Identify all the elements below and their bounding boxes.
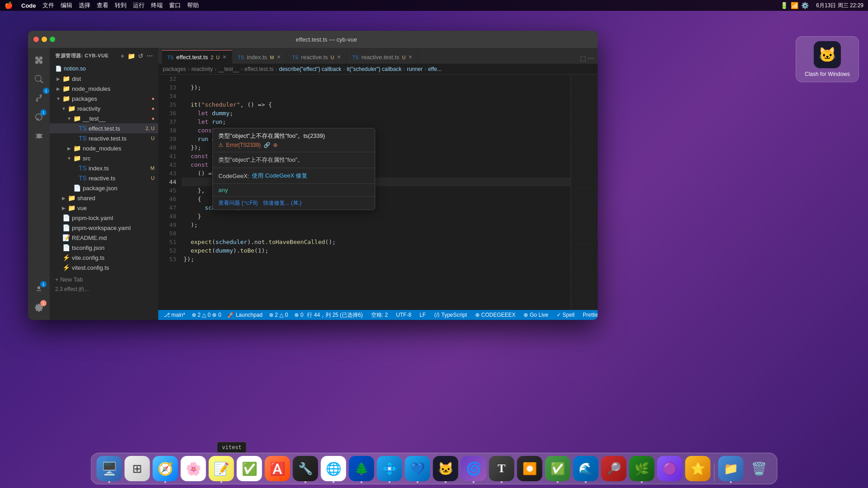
dock-green-app[interactable]: 🌿 (629, 456, 655, 481)
dock-red-app[interactable]: 🔎 (601, 456, 627, 481)
tree-dist[interactable]: ▶ 📁 dist (50, 74, 158, 84)
refresh-icon[interactable]: ↺ (138, 52, 144, 60)
new-folder-icon[interactable]: 📁 (127, 52, 136, 60)
codegeeex-fix-link[interactable]: 使用 CodeGeeX 修复 (252, 172, 308, 180)
external-link-icon[interactable]: 🔗 (264, 142, 270, 148)
copy-icon[interactable]: ⊕ (273, 142, 278, 148)
activity-source-control[interactable]: 1 (30, 89, 47, 107)
view-problem-action[interactable]: 查看问题 (⌥F8) (218, 199, 258, 207)
close-button[interactable] (33, 37, 39, 42)
menu-terminal[interactable]: 终端 (151, 1, 163, 9)
tree-reactivity[interactable]: ▼ 📁 reactivity ● (50, 103, 158, 113)
app-name[interactable]: Code (21, 2, 36, 9)
bc-effe[interactable]: effe... (428, 66, 442, 72)
tree-node-modules-react[interactable]: ▶ 📁 node_modules (50, 143, 158, 153)
maximize-button[interactable] (50, 37, 55, 42)
tree-effect-test[interactable]: TS effect.test.ts 2, U (50, 123, 158, 133)
tree-src[interactable]: ▼ 📁 src (50, 153, 158, 163)
activity-accounts[interactable]: 1 (30, 280, 47, 297)
dock-obs[interactable]: ⏺️ (517, 456, 542, 481)
menu-edit[interactable]: 编辑 (61, 1, 72, 9)
activity-run-debug[interactable]: 1 (30, 108, 47, 126)
warn-count[interactable]: ⊗ 2 △ 0 (267, 310, 290, 320)
menu-select[interactable]: 选择 (79, 1, 90, 9)
minimap[interactable] (571, 75, 598, 310)
activity-settings[interactable]: 1 (30, 299, 47, 316)
errors-status[interactable]: ⊗ 2 △ 0 ⊗ 0 (190, 310, 223, 320)
tree-test-result[interactable]: 2.3 effect 的... (50, 284, 158, 294)
tab-close-icon[interactable]: ✕ (337, 54, 341, 60)
dock-reminders[interactable]: ✅ (237, 456, 262, 481)
tab-effect-test[interactable]: TS effect.test.ts 2 U ✕ (162, 50, 232, 64)
tree-vue[interactable]: ▶ 📁 vue (50, 203, 158, 213)
language-mode[interactable]: ⟨/⟩ TypeScript (432, 310, 469, 320)
tree-readme[interactable]: 📝 README.md (50, 233, 158, 243)
dock-devtools[interactable]: 🔧 (293, 456, 318, 481)
tab-index-ts[interactable]: TS index.ts M ✕ (232, 50, 287, 64)
dock-vscode[interactable]: 💙 (405, 456, 430, 481)
codegeeex-status[interactable]: ⊕ CODEGEEEX (473, 310, 517, 320)
dock-launchpad[interactable]: ⊞ (125, 456, 150, 481)
tree-vite-config[interactable]: ⚡ vite.config.ts (50, 253, 158, 263)
lightbulb-icon[interactable]: 💡 (180, 186, 181, 195)
minimize-button[interactable] (42, 37, 47, 42)
menu-file[interactable]: 文件 (42, 1, 54, 9)
tab-close-icon[interactable]: ✕ (277, 54, 281, 60)
dock-chrome[interactable]: 🌐 (321, 456, 346, 481)
bc-test[interactable]: __test__ (218, 66, 239, 72)
tree-index-ts[interactable]: TS index.ts M (50, 163, 158, 173)
line-ending[interactable]: LF (418, 310, 428, 320)
tree-tsconfig[interactable]: 📄 tsconfig.json (50, 243, 158, 253)
apple-menu[interactable]: 🍎 (5, 1, 13, 9)
menu-run[interactable]: 运行 (133, 1, 145, 9)
golive-status[interactable]: ⊕ Go Live (522, 310, 550, 320)
spaces[interactable]: 空格: 2 (369, 310, 390, 320)
dock-finder-2[interactable]: 📁 (718, 456, 744, 481)
bc-it[interactable]: it("scheduler") callback (347, 66, 401, 72)
tree-packages[interactable]: ▼ 📁 packages ● (50, 94, 158, 103)
quick-fix-action[interactable]: 快速修复... (⌘.) (263, 199, 302, 207)
vitest-terminal[interactable]: vitest (217, 442, 246, 453)
dock-trash[interactable]: 🗑️ (746, 456, 772, 481)
tree-shared[interactable]: ▶ 📁 shared (50, 193, 158, 203)
tab-close-icon[interactable]: ✕ (408, 54, 412, 60)
dock-orange-app[interactable]: 🅰️ (265, 456, 290, 481)
split-editor-icon[interactable]: ⬚ (580, 55, 586, 62)
tree-notion[interactable]: 📄 notion.so (50, 64, 158, 74)
activity-explorer[interactable] (30, 52, 47, 69)
branch-status[interactable]: ⎇ main* (162, 310, 187, 320)
dock-star-app[interactable]: ⭐ (685, 456, 711, 481)
prettier-status[interactable]: Prettier (581, 310, 598, 320)
tab-reactive-ts[interactable]: TS reactive.ts U ✕ (287, 50, 347, 64)
dock-sourcetree[interactable]: 🌲 (349, 456, 374, 481)
tab-close-icon[interactable]: ✕ (222, 54, 226, 60)
control-center[interactable]: ⚙️ (801, 2, 809, 9)
clash-notification[interactable]: 🐱 Clash for Windows (796, 36, 859, 82)
tab-reactive-test[interactable]: TS reactive.test.ts U ✕ (347, 50, 418, 64)
dock-finder[interactable]: 🖥️ (97, 456, 122, 481)
dock-arc[interactable]: 🌀 (461, 456, 486, 481)
tree-pnpm-workspace[interactable]: 📄 pnpm-workspace.yaml (50, 223, 158, 233)
menu-goto[interactable]: 转到 (115, 1, 127, 9)
tree-vitest-config[interactable]: ⚡ vitest.config.ts (50, 263, 158, 272)
menu-view[interactable]: 查看 (97, 1, 108, 9)
dock-notes[interactable]: 📝 (209, 456, 234, 481)
dock-typora[interactable]: T (489, 456, 514, 481)
activity-extensions[interactable] (30, 127, 47, 145)
tree-test-folder[interactable]: ▼ 📁 __test__ ● (50, 113, 158, 123)
dock-edge[interactable]: 🌊 (573, 456, 599, 481)
bc-reactivity[interactable]: reactivity (191, 66, 212, 72)
tree-package-json[interactable]: 📄 package.json (50, 183, 158, 193)
tree-reactive-test[interactable]: TS reactive.test.ts U (50, 133, 158, 143)
dock-safari[interactable]: 🧭 (153, 456, 178, 481)
cursor-position[interactable]: 行 44，列 25 (已选择6) (305, 310, 364, 320)
bc-runner[interactable]: runner (407, 66, 423, 72)
collapse-icon[interactable]: ⋯ (146, 52, 153, 60)
spell-status[interactable]: ✓ Spell (555, 310, 576, 320)
menu-window[interactable]: 窗口 (169, 1, 181, 9)
bc-packages[interactable]: packages (163, 66, 186, 72)
dock-photos[interactable]: 🌸 (181, 456, 206, 481)
bc-file[interactable]: effect.test.ts (245, 66, 274, 72)
tree-pnpm-lock[interactable]: 📄 pnpm-lock.yaml (50, 213, 158, 223)
activity-search[interactable] (30, 70, 47, 88)
